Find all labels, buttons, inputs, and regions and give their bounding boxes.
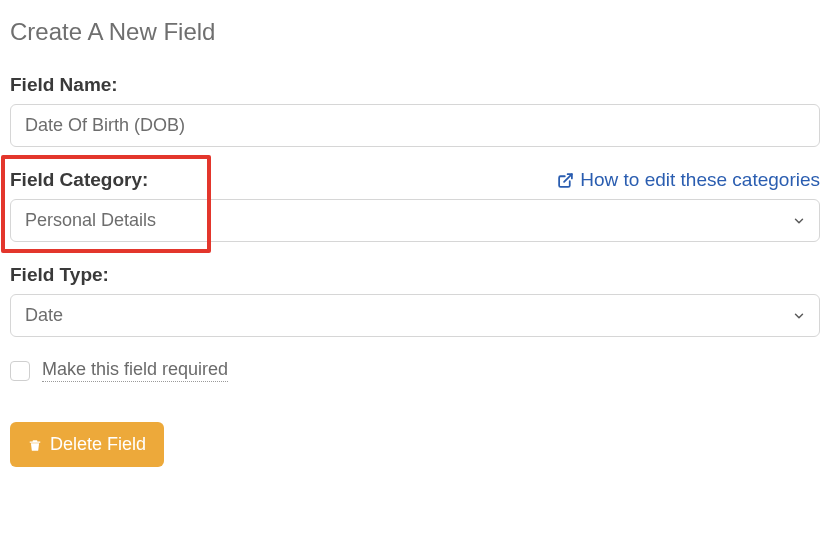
page-title: Create A New Field xyxy=(10,18,820,46)
field-category-select[interactable]: Personal Details xyxy=(10,199,820,242)
field-category-label: Field Category: xyxy=(10,169,148,191)
field-name-group: Field Name: xyxy=(10,74,820,147)
trash-icon xyxy=(28,437,42,453)
required-label[interactable]: Make this field required xyxy=(42,359,228,382)
field-category-group: Field Category: How to edit these catego… xyxy=(10,169,820,242)
field-name-input[interactable] xyxy=(10,104,820,147)
field-type-group: Field Type: Date xyxy=(10,264,820,337)
edit-categories-link[interactable]: How to edit these categories xyxy=(557,169,820,191)
external-link-icon xyxy=(557,172,574,189)
delete-field-label: Delete Field xyxy=(50,434,146,455)
field-type-select[interactable]: Date xyxy=(10,294,820,337)
field-type-label: Field Type: xyxy=(10,264,109,286)
edit-categories-text: How to edit these categories xyxy=(580,169,820,191)
delete-field-button[interactable]: Delete Field xyxy=(10,422,164,467)
required-row: Make this field required xyxy=(10,359,820,382)
svg-line-0 xyxy=(564,174,572,182)
field-name-label: Field Name: xyxy=(10,74,118,96)
required-checkbox[interactable] xyxy=(10,361,30,381)
